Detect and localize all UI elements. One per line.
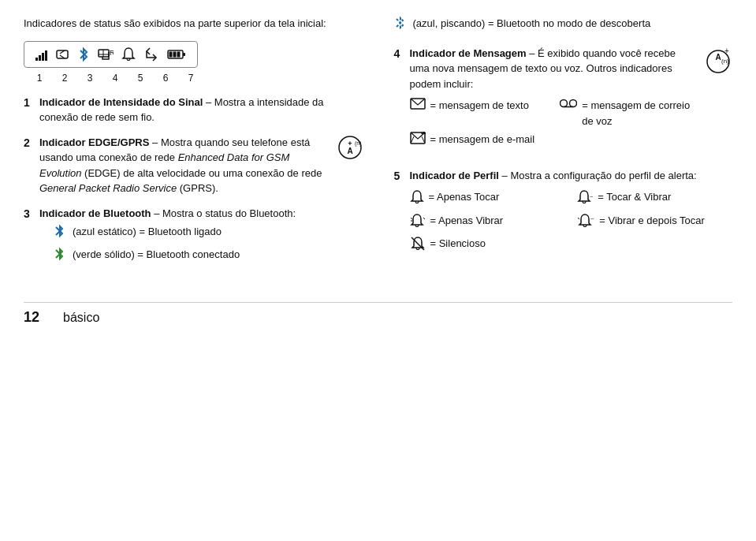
svg-line-29 bbox=[411, 218, 412, 219]
icon-num-5: 5 bbox=[128, 73, 153, 84]
voicemail-icon-shape bbox=[560, 98, 577, 114]
msg-text-item: = mensagem de texto bbox=[410, 98, 548, 129]
section-4-dash: – bbox=[529, 47, 538, 59]
section-4-title: Indicador de Mensagem bbox=[410, 47, 527, 59]
section-1-title: Indicador de Intensidade do Sinal bbox=[39, 96, 203, 108]
bt-blue-icon bbox=[54, 224, 68, 244]
bt-blue-text: (azul estático) = Bluetooth ligado bbox=[73, 224, 222, 240]
email-label: = mensagem de e-mail bbox=[430, 132, 535, 147]
svg-rect-11 bbox=[177, 51, 181, 57]
profile-vibrate-ring-label-container: = Vibrar e depois Tocar bbox=[599, 213, 705, 229]
svg-rect-8 bbox=[183, 53, 185, 56]
svg-text:~: ~ bbox=[590, 215, 594, 222]
intro-text: Indicadores de status são exibidos na pa… bbox=[24, 16, 363, 32]
svg-point-18 bbox=[570, 100, 577, 107]
icon-num-2: 2 bbox=[52, 73, 77, 84]
section-3-num: 3 bbox=[24, 206, 35, 222]
edge-icon bbox=[55, 47, 69, 62]
profile-ring-vibrate-label: = Tocar & Vibrar bbox=[598, 189, 671, 205]
roaming-icon: R bbox=[98, 47, 114, 62]
profile-silent-label: = Silencioso bbox=[430, 236, 486, 252]
section-5-desc: Mostra a configuração do perfil de alert… bbox=[510, 170, 696, 181]
msg-text-label: = mensagem de texto bbox=[430, 98, 529, 114]
silent-icon bbox=[410, 236, 426, 258]
page-number: 12 bbox=[24, 309, 39, 326]
bt-blink-icon bbox=[394, 16, 407, 35]
section-5-title: Indicador de Perfil bbox=[410, 170, 499, 181]
profile-grid: = Apenas Tocar ~ = Tocar & bbox=[410, 189, 733, 258]
profile-vibrate-only-label: = Apenas Vibrar bbox=[430, 213, 504, 229]
profile-vibrate-only: = Apenas Vibrar bbox=[410, 213, 565, 233]
svg-line-31 bbox=[423, 218, 425, 219]
svg-text:(n): (n) bbox=[355, 140, 362, 147]
section-3: 3 Indicador de Bluetooth – Mostra o stat… bbox=[24, 206, 363, 270]
bt-green-item: (verde sólido) = Bluetooth conectado bbox=[54, 247, 363, 267]
section-2-end: . bbox=[215, 182, 218, 194]
section-1: 1 Indicador de Intensidade do Sinal – Mo… bbox=[24, 95, 363, 125]
section-1-content: Indicador de Intensidade do Sinal – Most… bbox=[39, 95, 363, 125]
svg-text:+: + bbox=[724, 47, 729, 55]
bt-blue-item: (azul estático) = Bluetooth ligado bbox=[54, 224, 363, 244]
icon-numbers-row: 1 2 3 4 5 6 7 bbox=[24, 73, 363, 84]
bt-green-text: (verde sólido) = Bluetooth conectado bbox=[73, 247, 240, 263]
icon-num-1: 1 bbox=[27, 73, 52, 84]
section-2-content: Indicador EDGE/GPRS – Mostra quando seu … bbox=[39, 135, 363, 196]
signal-icon bbox=[35, 48, 47, 61]
edge-indicator-icon: + A (n) bbox=[337, 135, 363, 165]
section-4: 4 Indicador de Mensagem – É exibido quan… bbox=[394, 46, 733, 159]
right-column: (azul, piscando) = Bluetooth no modo de … bbox=[386, 16, 733, 278]
email-icon: ✉ bbox=[410, 132, 426, 149]
bell-icon bbox=[121, 47, 136, 62]
voicemail-label: = mensagem de correio de voz bbox=[582, 98, 698, 129]
profile-silent: = Silencioso bbox=[410, 236, 565, 258]
icon-num-4: 4 bbox=[102, 73, 128, 84]
svg-text:A: A bbox=[347, 147, 352, 155]
battery-icon bbox=[167, 49, 186, 60]
status-bar-icons: R bbox=[24, 41, 198, 68]
profile-ring-vibrate: ~ = Tocar & Vibrar bbox=[577, 189, 732, 210]
section-2-dash: – bbox=[152, 136, 161, 148]
sync-icon bbox=[143, 47, 159, 62]
svg-point-17 bbox=[560, 100, 568, 107]
section-2-italic2: General Packet Radio Service bbox=[39, 182, 177, 194]
section-5-num: 5 bbox=[394, 168, 405, 185]
profile-vibrate-ring: ~ = Vibrar e depois Tocar bbox=[577, 213, 732, 233]
section-2-middle: ou uma conexão de rede bbox=[206, 167, 322, 179]
msg-indicator-icon: A + (n) bbox=[704, 46, 732, 79]
section-2-italic1-suffix: (EDGE) de alta velocidade bbox=[81, 167, 206, 179]
svg-rect-10 bbox=[173, 51, 177, 57]
svg-rect-9 bbox=[169, 51, 173, 57]
vibrate-only-icon bbox=[410, 213, 426, 233]
section-2-italic2-suffix: (GPRS) bbox=[177, 182, 215, 194]
section-5-dash: – bbox=[502, 170, 511, 181]
bluetooth-status-icon bbox=[77, 47, 90, 62]
section-3-content: Indicador de Bluetooth – Mostra o status… bbox=[39, 206, 363, 270]
profile-vibrate-ring-label: = Vibrar e depois Tocar bbox=[599, 215, 705, 226]
section-2: 2 Indicador EDGE/GPRS – Mostra quando se… bbox=[24, 135, 363, 196]
icon-num-6: 6 bbox=[153, 73, 178, 84]
section-5: 5 Indicador de Perfil – Mostra a configu… bbox=[394, 168, 733, 258]
section-5-content: Indicador de Perfil – Mostra a configura… bbox=[410, 168, 733, 258]
section-3-desc: Mostra o status do Bluetooth: bbox=[162, 207, 296, 219]
profile-ring-label: = Apenas Tocar bbox=[429, 189, 500, 205]
section-3-title: Indicador de Bluetooth bbox=[39, 207, 151, 219]
page-layout: Indicadores de status são exibidos na pa… bbox=[24, 16, 732, 278]
section-1-dash: – bbox=[206, 96, 211, 108]
svg-text:A: A bbox=[715, 53, 721, 62]
section-1-num: 1 bbox=[24, 95, 35, 111]
svg-text:✉: ✉ bbox=[421, 132, 426, 136]
voicemail-item: = mensagem de correio de voz bbox=[560, 98, 698, 129]
section-2-title: Indicador EDGE/GPRS bbox=[39, 136, 149, 148]
left-column: Indicadores de status são exibidos na pa… bbox=[24, 16, 386, 278]
vibrate-then-ring-icon: ~ bbox=[577, 213, 594, 233]
bt-discovery-text: (azul, piscando) = Bluetooth no modo de … bbox=[413, 16, 651, 32]
bt-green-icon bbox=[54, 247, 68, 267]
icon-num-3: 3 bbox=[77, 73, 102, 84]
profile-ring: = Apenas Tocar bbox=[410, 189, 565, 210]
bluetooth-discovery-section: (azul, piscando) = Bluetooth no modo de … bbox=[394, 16, 733, 35]
section-4-content: Indicador de Mensagem – É exibido quando… bbox=[410, 46, 733, 159]
page-label: básico bbox=[63, 311, 99, 325]
section-4-num: 4 bbox=[394, 46, 405, 62]
svg-text:~: ~ bbox=[590, 193, 593, 200]
icon-num-7: 7 bbox=[178, 73, 203, 84]
